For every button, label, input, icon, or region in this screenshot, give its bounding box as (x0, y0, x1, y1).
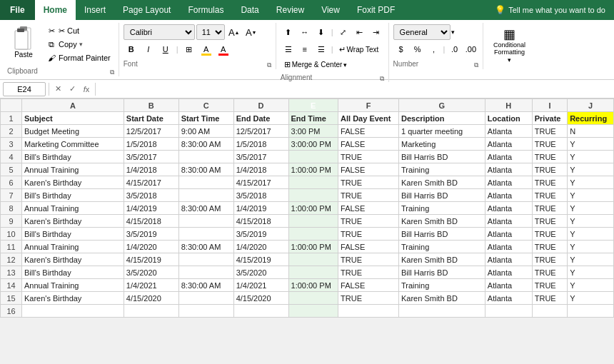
cell-data[interactable] (288, 253, 338, 266)
cell-data[interactable]: 3/5/2020 (124, 266, 178, 279)
cell-data[interactable]: Training (398, 279, 485, 292)
cell-data[interactable]: Marketing Committee (22, 138, 124, 151)
menu-tab-view[interactable]: View (313, 0, 348, 20)
confirm-formula-icon[interactable]: ✓ (66, 84, 78, 95)
cell-data[interactable]: 4/15/2019 (124, 253, 178, 266)
menu-tab-review[interactable]: Review (268, 0, 313, 20)
cell-data[interactable]: 4/15/2018 (233, 215, 288, 228)
number-expand-icon[interactable]: ⧉ (474, 61, 478, 69)
comma-button[interactable]: , (426, 41, 442, 57)
row-number[interactable]: 9 (1, 215, 22, 228)
cell-data[interactable]: Bill's Birthday (22, 189, 124, 202)
row-number[interactable]: 10 (1, 228, 22, 241)
menu-tab-page-layout[interactable]: Page Layout (114, 0, 179, 20)
cell-data[interactable]: TRUE (532, 241, 567, 253)
decrease-decimal-button[interactable]: .0 (446, 41, 462, 57)
cell-data[interactable] (178, 215, 233, 228)
cell-data[interactable]: 1 quarter meeting (398, 125, 485, 138)
cell-data[interactable] (532, 305, 567, 318)
row-number[interactable]: 1 (1, 112, 22, 125)
cell-data[interactable]: 8:30:00 AM (178, 138, 233, 151)
cancel-formula-icon[interactable]: ✕ (52, 84, 64, 95)
cell-data[interactable]: Karen's Birthday (22, 292, 124, 305)
cell-data[interactable] (288, 266, 338, 279)
row-number[interactable]: 12 (1, 253, 22, 266)
cell-data[interactable]: 1/5/2018 (233, 138, 288, 151)
cell-data[interactable]: 1/4/2021 (233, 279, 288, 292)
merge-center-button[interactable]: ⊞ Merge & Center ▾ (281, 59, 351, 71)
cell-data[interactable] (22, 305, 124, 318)
cell-data[interactable]: Atlanta (485, 125, 532, 138)
spreadsheet-container[interactable]: A B C D E F G H I J 1 Subject Start Date… (0, 98, 614, 364)
row-number[interactable]: 8 (1, 202, 22, 215)
cell-data[interactable]: Y (568, 215, 614, 228)
align-middle-button[interactable]: ↔ (297, 24, 313, 40)
cell-data[interactable]: Bill's Birthday (22, 151, 124, 163)
border-button[interactable]: ⊞ (181, 41, 197, 57)
cell-data[interactable] (288, 151, 338, 163)
font-family-selector[interactable]: Calibri (124, 24, 195, 40)
cell-data[interactable]: Atlanta (485, 189, 532, 202)
cell-data[interactable]: Bill Harris BD (398, 151, 485, 163)
cell-data[interactable]: Karen's Birthday (22, 176, 124, 189)
percent-button[interactable]: % (410, 41, 426, 57)
row-number[interactable]: 5 (1, 163, 22, 176)
cell-data[interactable]: Annual Training (22, 279, 124, 292)
cell-data[interactable]: Atlanta (485, 266, 532, 279)
cell-data[interactable] (398, 305, 485, 318)
cell-data[interactable]: Karen Smith BD (398, 176, 485, 189)
cell-data[interactable]: Annual Training (22, 241, 124, 253)
insert-function-icon[interactable]: fx (81, 84, 92, 95)
cell-data[interactable]: Bill's Birthday (22, 228, 124, 241)
cell-data[interactable]: Y (568, 189, 614, 202)
row-number[interactable]: 14 (1, 279, 22, 292)
cell-data[interactable]: 1/4/2020 (124, 241, 178, 253)
col-header-h[interactable]: H (485, 99, 532, 112)
cell-data[interactable]: Atlanta (485, 292, 532, 305)
format-painter-button[interactable]: 🖌 Format Painter (43, 51, 114, 64)
cell-data[interactable]: TRUE (532, 292, 567, 305)
cell-data[interactable]: Karen's Birthday (22, 253, 124, 266)
row-number[interactable]: 4 (1, 151, 22, 163)
cell-data[interactable]: Y (568, 253, 614, 266)
cell-data[interactable]: FALSE (338, 202, 399, 215)
cell-data[interactable]: FALSE (338, 138, 399, 151)
cell-data[interactable] (178, 253, 233, 266)
cell-data[interactable]: TRUE (338, 266, 399, 279)
cell-data[interactable]: 3/5/2017 (124, 151, 178, 163)
cell-data[interactable]: Atlanta (485, 279, 532, 292)
cell-data[interactable]: TRUE (532, 138, 567, 151)
cell-data[interactable]: Karen Smith BD (398, 292, 485, 305)
cell-data[interactable]: 1/4/2019 (233, 202, 288, 215)
cell-data[interactable]: 1/4/2018 (124, 163, 178, 176)
merge-dropdown[interactable]: ▾ (343, 61, 347, 69)
cell-data[interactable]: Atlanta (485, 151, 532, 163)
cell-data[interactable]: Bill Harris BD (398, 189, 485, 202)
menu-tab-home[interactable]: Home (35, 0, 76, 20)
align-top-button[interactable]: ⬆ (281, 24, 296, 40)
align-bottom-button[interactable]: ⬇ (313, 24, 329, 40)
cell-data[interactable]: Annual Training (22, 202, 124, 215)
clipboard-expand-icon[interactable]: ⧉ (110, 69, 114, 76)
text-direction-button[interactable]: ⤢ (336, 24, 351, 40)
cell-data[interactable]: TRUE (532, 189, 567, 202)
cell-data[interactable]: Y (568, 292, 614, 305)
cell-data[interactable]: TRUE (532, 253, 567, 266)
cell-reference-input[interactable]: E24 (3, 82, 46, 96)
cell-data[interactable] (124, 305, 178, 318)
align-right-button[interactable]: ☰ (313, 41, 329, 57)
col-header-d[interactable]: D (233, 99, 288, 112)
col-header-a[interactable]: A (22, 99, 124, 112)
menu-file[interactable]: File (0, 0, 35, 20)
cell-data[interactable]: Bill's Birthday (22, 266, 124, 279)
cell-data[interactable] (485, 305, 532, 318)
col-header-i[interactable]: I (532, 99, 567, 112)
cell-data[interactable]: Training (398, 241, 485, 253)
cell-data[interactable]: Atlanta (485, 228, 532, 241)
cell-d1[interactable]: End Date (233, 112, 288, 125)
cell-b1[interactable]: Start Date (124, 112, 178, 125)
col-header-f[interactable]: F (338, 99, 399, 112)
cell-data[interactable]: Y (568, 138, 614, 151)
row-number[interactable]: 15 (1, 292, 22, 305)
cut-button[interactable]: ✂ ✂ Cut (43, 24, 114, 37)
